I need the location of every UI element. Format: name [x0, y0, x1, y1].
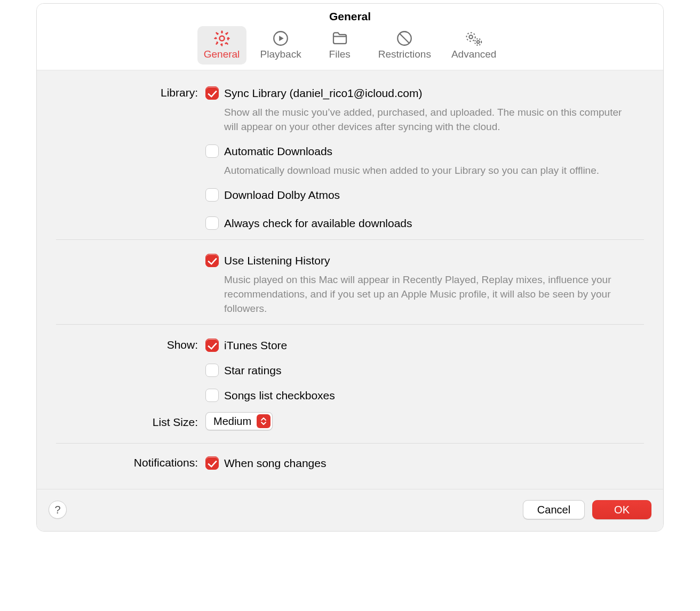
checkbox-song-changes[interactable]: [205, 456, 219, 470]
tab-label: Playback: [260, 49, 301, 60]
itunes-store-label: iTunes Store: [224, 337, 287, 353]
cancel-button[interactable]: Cancel: [523, 500, 585, 519]
checkbox-dolby-atmos[interactable]: [205, 188, 219, 202]
row-dolby-atmos: Download Dolby Atmos: [205, 187, 644, 215]
play-circle-icon: [272, 29, 290, 47]
preferences-content: Library: Sync Library (daniel_rico1@iclo…: [37, 70, 663, 489]
star-ratings-label: Star ratings: [224, 363, 281, 378]
section-notifications: Notifications: When song changes: [56, 455, 644, 476]
svg-point-6: [467, 33, 475, 41]
tab-label: Files: [329, 49, 351, 60]
song-changes-label: When song changes: [224, 455, 326, 471]
dolby-atmos-label: Download Dolby Atmos: [224, 187, 340, 203]
svg-point-1: [216, 32, 228, 44]
checkbox-auto-downloads[interactable]: [205, 144, 219, 158]
window-footer: ? Cancel OK: [37, 489, 663, 531]
row-auto-downloads: Automatic Downloads: [205, 143, 644, 164]
list-size-select[interactable]: Medium: [205, 412, 273, 430]
gear-icon: [213, 29, 231, 47]
tab-files[interactable]: Files: [315, 26, 364, 65]
listening-history-label: Use Listening History: [224, 253, 330, 268]
row-list-size: Medium: [205, 414, 644, 436]
no-entry-icon: [395, 29, 413, 47]
checkbox-songs-checkboxes[interactable]: [205, 389, 219, 402]
row-check-downloads: Always check for available downloads: [205, 215, 644, 235]
row-listening-history: Use Listening History: [205, 253, 644, 274]
tab-label: Advanced: [451, 49, 497, 60]
section-show: Show: iTunes Store Star ratings Songs li…: [56, 337, 644, 411]
cancel-label: Cancel: [537, 504, 570, 516]
tab-advanced[interactable]: Advanced: [445, 26, 503, 65]
svg-point-0: [219, 36, 224, 41]
help-button[interactable]: ?: [49, 501, 67, 519]
divider: [56, 443, 644, 444]
checkbox-star-ratings[interactable]: [205, 364, 219, 377]
tab-playback[interactable]: Playback: [254, 26, 308, 65]
divider: [56, 239, 644, 240]
question-icon: ?: [54, 504, 60, 516]
row-sync-library: Sync Library (daniel_rico1@icloud.com): [205, 85, 644, 106]
show-label: Show:: [56, 337, 205, 411]
tab-general[interactable]: General: [197, 26, 246, 65]
row-song-changes: When song changes: [205, 455, 644, 476]
window-title: General: [37, 10, 663, 23]
chevron-up-down-icon: [257, 414, 271, 428]
svg-point-7: [477, 41, 480, 43]
checkbox-listening-history[interactable]: [205, 254, 219, 267]
row-songs-checkboxes: Songs list checkboxes: [205, 388, 644, 411]
tab-label: General: [204, 49, 240, 60]
svg-point-8: [475, 39, 481, 45]
sync-library-desc: Show all the music you’ve added, purchas…: [205, 105, 627, 134]
preferences-window: General General: [36, 3, 664, 532]
svg-point-5: [469, 35, 473, 39]
section-listening-history: Use Listening History Music played on th…: [56, 253, 644, 320]
auto-downloads-label: Automatic Downloads: [224, 143, 332, 159]
tab-restrictions[interactable]: Restrictions: [372, 26, 438, 65]
songs-checkboxes-label: Songs list checkboxes: [224, 388, 335, 403]
svg-line-4: [400, 34, 409, 43]
toolbar: General Playback Files: [37, 26, 663, 65]
listening-history-desc: Music played on this Mac will appear in …: [205, 272, 627, 316]
auto-downloads-desc: Automatically download music when added …: [205, 163, 627, 178]
notifications-label: Notifications:: [56, 455, 205, 476]
gears-icon: [464, 29, 484, 47]
sync-library-label: Sync Library (daniel_rico1@icloud.com): [224, 85, 422, 101]
tab-label: Restrictions: [378, 49, 431, 60]
check-downloads-label: Always check for available downloads: [224, 215, 412, 231]
checkbox-itunes-store[interactable]: [205, 339, 219, 352]
ok-label: OK: [614, 504, 630, 516]
checkbox-check-downloads[interactable]: [205, 216, 219, 230]
list-size-value: Medium: [213, 415, 257, 428]
row-star-ratings: Star ratings: [205, 363, 644, 388]
ok-button[interactable]: OK: [592, 500, 651, 519]
list-size-label: List Size:: [56, 414, 205, 436]
section-list-size: List Size: Medium: [56, 414, 644, 436]
folder-icon: [331, 29, 349, 47]
divider: [56, 324, 644, 325]
row-itunes-store: iTunes Store: [205, 337, 644, 363]
window-header: General General: [37, 4, 663, 70]
library-label: Library:: [56, 85, 205, 235]
checkbox-sync-library[interactable]: [205, 86, 219, 100]
section-library: Library: Sync Library (daniel_rico1@iclo…: [56, 85, 644, 235]
